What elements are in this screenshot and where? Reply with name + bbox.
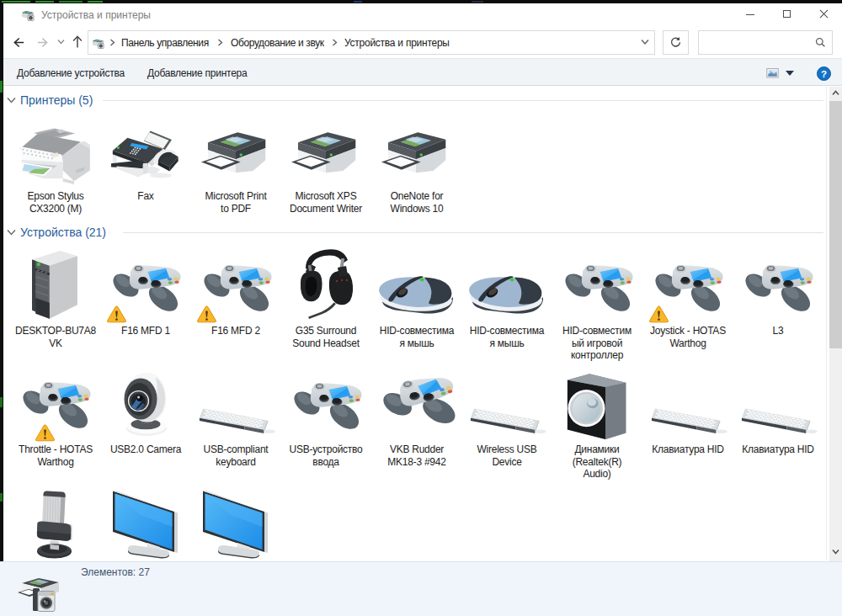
svg-text:?: ? [821, 69, 827, 79]
